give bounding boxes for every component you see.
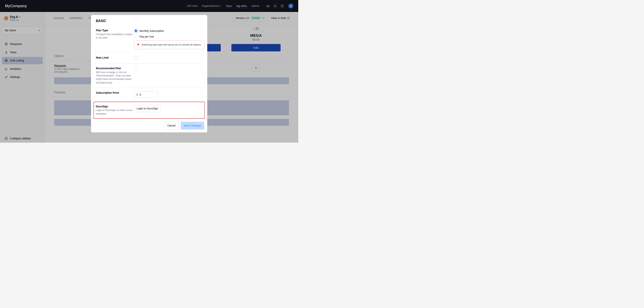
row-rate-limit: Rate Limit xyxy=(94,53,204,64)
label-desc: Configure the availability of object in … xyxy=(96,33,134,39)
alert-box: Switching plan type will cause you to re… xyxy=(134,41,204,49)
modal-control xyxy=(134,56,204,60)
modal-label: Recommended Plan Will have a badge in Hu… xyxy=(94,67,134,84)
modal-label: DocuSign Login to DocuSign in order to u… xyxy=(94,105,134,116)
row-docusign: DocuSign Login to DocuSign in order to u… xyxy=(94,104,204,117)
price-value: 0 xyxy=(140,93,156,96)
modal: BASIC Plan Type Configure the availabili… xyxy=(91,15,207,133)
radio-label: Monthly Subscription xyxy=(140,29,164,32)
label-title: Recommended Plan xyxy=(96,67,134,70)
radio-monthly[interactable]: Monthly Subscription xyxy=(134,29,204,33)
label-title: Subscription Price xyxy=(96,91,134,94)
modal-body: Plan Type Configure the availability of … xyxy=(91,26,207,119)
alert-text: Switching plan type will cause you to re… xyxy=(142,43,201,46)
rate-limit-checkbox[interactable] xyxy=(134,56,138,60)
row-recommended: Recommended Plan Will have a badge in Hu… xyxy=(94,64,204,88)
recommended-checkbox[interactable] xyxy=(134,67,138,71)
row-plan-type: Plan Type Configure the availability of … xyxy=(94,26,204,53)
radio-icon xyxy=(134,29,138,33)
label-title: DocuSign xyxy=(96,105,134,108)
label-title: Rate Limit xyxy=(96,56,134,59)
modal-title: BASIC xyxy=(91,15,207,26)
warning-icon xyxy=(137,43,140,46)
docusign-login-button[interactable]: Login to DocuSign xyxy=(134,105,161,112)
modal-control: Login to DocuSign xyxy=(134,105,204,116)
radio-pay-per-use[interactable]: Pay per Use xyxy=(134,35,204,38)
modal-label: Plan Type Configure the availability of … xyxy=(94,29,134,49)
modal-footer: Cancel Save Changes xyxy=(91,119,207,133)
modal-control: Monthly Subscription Pay per Use Switchi… xyxy=(134,29,204,49)
radio-label: Pay per Use xyxy=(140,35,154,38)
modal-control xyxy=(134,67,204,84)
modal-label: Rate Limit xyxy=(94,56,134,60)
currency-symbol: $ xyxy=(136,93,138,96)
modal-overlay: BASIC Plan Type Configure the availabili… xyxy=(0,0,298,143)
price-input[interactable]: $ 0 xyxy=(134,91,158,98)
save-button[interactable]: Save Changes xyxy=(181,122,204,129)
radio-icon xyxy=(134,35,138,38)
cancel-button[interactable]: Cancel xyxy=(164,122,179,129)
modal-label: Subscription Price xyxy=(94,91,134,98)
docusign-highlight: DocuSign Login to DocuSign in order to u… xyxy=(94,102,205,119)
label-desc: Will have a badge in Hub as "Recommended… xyxy=(96,71,134,84)
row-price: Subscription Price $ 0 xyxy=(94,88,204,102)
label-desc: Login to DocuSign in order to use templa… xyxy=(96,109,134,115)
label-title: Plan Type xyxy=(96,29,134,32)
modal-control: $ 0 xyxy=(134,91,204,98)
